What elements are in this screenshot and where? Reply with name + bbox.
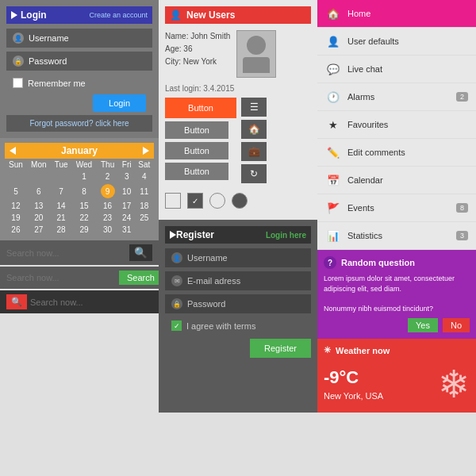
gray-buttons: Button Button Button — [165, 121, 236, 180]
radio-unchecked[interactable] — [209, 193, 225, 209]
register-play-icon — [170, 231, 176, 239]
refresh-icon-btn[interactable]: ↻ — [241, 164, 267, 183]
yes-button[interactable]: Yes — [408, 318, 438, 332]
form-icons-row: ✓ ● — [165, 188, 311, 213]
calendar-day[interactable]: 21 — [51, 212, 72, 224]
calendar-day[interactable]: 22 — [71, 212, 96, 224]
calendar-day[interactable]: 26 — [5, 224, 27, 236]
checkbox-unchecked[interactable] — [165, 193, 181, 209]
user-icon: 👤 — [13, 33, 24, 44]
remember-checkbox[interactable]: ✓ — [13, 78, 23, 88]
password-label[interactable]: Password — [29, 56, 146, 66]
avatar-body — [243, 57, 270, 73]
calendar-next-btn[interactable] — [143, 147, 149, 155]
lock-icon: 🔒 — [13, 56, 24, 67]
create-account-link[interactable]: Create an account — [89, 11, 148, 19]
cal-day-fri: Fri — [119, 159, 135, 171]
random-question-title: Random question — [341, 258, 415, 267]
gray-btn-3[interactable]: Button — [165, 163, 228, 180]
calendar-day[interactable]: 8 — [71, 182, 96, 200]
calendar-day[interactable]: 7 — [51, 182, 72, 200]
home-icon-btn[interactable]: 🏠 — [241, 120, 267, 139]
menu-icon-edit-comments: ✏️ — [325, 144, 341, 160]
menu-label-live-chat: Live chat — [347, 64, 468, 74]
menu-icon-btn[interactable]: ☰ — [241, 98, 267, 117]
gray-btn-2[interactable]: Button — [165, 142, 228, 159]
calendar-day[interactable]: 1 — [71, 171, 96, 182]
search-btn-1[interactable]: 🔍 — [129, 244, 152, 261]
reg-email-label: E-mail adress — [187, 276, 240, 286]
forgot-text: Forgot password? — [29, 119, 93, 128]
calendar-day[interactable]: 3 — [119, 171, 135, 182]
search-icon-red: 🔍 — [6, 294, 27, 309]
cal-day-thu: Thu — [97, 159, 119, 171]
calendar-day[interactable]: 19 — [5, 212, 27, 224]
menu-item-alarms[interactable]: 🕐Alarms2 — [317, 83, 476, 111]
no-button[interactable]: No — [443, 318, 470, 332]
calendar-day[interactable]: 9 — [97, 182, 119, 200]
search-bar-3: 🔍 — [0, 290, 159, 313]
reg-username-field[interactable]: 👤 Username — [165, 248, 311, 267]
search-input-2[interactable] — [6, 273, 116, 282]
menu-item-events[interactable]: 🚩Events8 — [317, 194, 476, 222]
calendar-day[interactable]: 27 — [27, 224, 51, 236]
calendar-day[interactable]: 20 — [27, 212, 51, 224]
click-here-link[interactable]: click here — [95, 119, 129, 128]
calendar-day[interactable]: 2 — [97, 171, 119, 182]
user-age: Age: 36 — [165, 43, 230, 56]
menu-item-live-chat[interactable]: 💬Live chat — [317, 56, 476, 83]
menu-label-user-defaults: User defaults — [347, 36, 468, 46]
menu-item-calendar[interactable]: 📅Calendar — [317, 167, 476, 194]
menu-item-edit-comments[interactable]: ✏️Edit comments — [317, 139, 476, 167]
calendar-day — [5, 171, 27, 182]
calendar-day[interactable]: 31 — [119, 224, 135, 236]
menu-label-home: Home — [347, 9, 468, 18]
calendar-prev-btn[interactable] — [10, 147, 16, 155]
remember-label: Remember me — [28, 79, 86, 88]
menu-item-statistics[interactable]: 📊Statistics3 — [317, 222, 476, 250]
orange-button[interactable]: Button — [165, 98, 236, 118]
calendar-day[interactable]: 14 — [51, 200, 72, 212]
reg-email-field[interactable]: ✉ E-mail adress — [165, 271, 311, 290]
calendar-day[interactable]: 4 — [135, 171, 154, 182]
login-here-link[interactable]: Login here — [266, 231, 306, 240]
menu-label-statistics: Statistics — [347, 231, 450, 240]
calendar-day[interactable]: 18 — [135, 200, 154, 212]
username-label[interactable]: Username — [29, 33, 146, 43]
weather-title: Weather now — [336, 346, 390, 355]
reg-agree-checkbox[interactable]: ✓ — [171, 321, 182, 331]
calendar-day[interactable]: 13 — [27, 200, 51, 212]
gray-btn-1[interactable]: Button — [165, 121, 228, 139]
calendar-day[interactable]: 29 — [71, 224, 96, 236]
reg-password-field[interactable]: 🔒 Password — [165, 294, 311, 313]
calendar-day[interactable]: 10 — [119, 182, 135, 200]
radio-checked[interactable]: ● — [232, 193, 248, 209]
menu-item-favourites[interactable]: ★Favourites — [317, 111, 476, 139]
calendar-day[interactable]: 17 — [119, 200, 135, 212]
calendar-day[interactable]: 6 — [27, 182, 51, 200]
calendar-day[interactable]: 24 — [119, 212, 135, 224]
register-button[interactable]: Register — [250, 339, 311, 358]
calendar-day[interactable]: 12 — [5, 200, 27, 212]
menu-item-user-defaults[interactable]: 👤User defaults — [317, 28, 476, 56]
briefcase-icon-btn[interactable]: 💼 — [241, 142, 267, 161]
calendar-day[interactable]: 11 — [135, 182, 154, 200]
new-users-icon: 👤 — [170, 10, 182, 21]
calendar-day[interactable]: 15 — [71, 200, 96, 212]
menu-item-home[interactable]: 🏠Home — [317, 0, 476, 28]
calendar-day[interactable]: 5 — [5, 182, 27, 200]
random-question-header: ? Random question — [324, 256, 470, 269]
calendar-day[interactable]: 23 — [97, 212, 119, 224]
search-btn-2[interactable]: Search — [119, 271, 163, 285]
calendar-day[interactable]: 28 — [51, 224, 72, 236]
search-input-3[interactable] — [30, 298, 152, 307]
menu-panel: 🏠Home👤User defaults💬Live chat🕐Alarms2★Fa… — [317, 0, 476, 250]
calendar-day[interactable]: 30 — [97, 224, 119, 236]
checkbox-checked[interactable]: ✓ — [187, 193, 203, 209]
login-header: Login Create an account — [6, 6, 152, 24]
search-input-1[interactable] — [6, 248, 126, 258]
calendar-day[interactable]: 25 — [135, 212, 154, 224]
login-button[interactable]: Login — [93, 94, 146, 112]
menu-label-favourites: Favourites — [347, 120, 468, 129]
calendar-day[interactable]: 16 — [97, 200, 119, 212]
